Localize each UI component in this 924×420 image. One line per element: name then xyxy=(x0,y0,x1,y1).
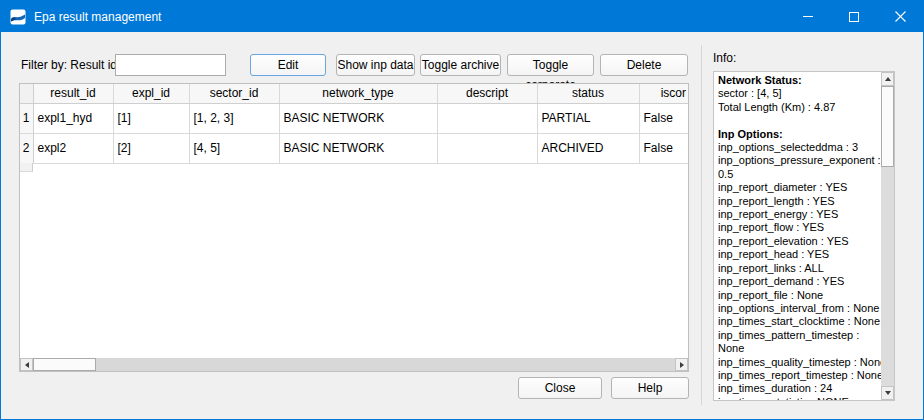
cell-descript[interactable] xyxy=(437,103,537,133)
titlebar: Epa result management xyxy=(1,1,923,32)
column-header-network-type[interactable]: network_type xyxy=(279,84,437,103)
cell-result-id[interactable]: expl1_hyd xyxy=(33,103,113,133)
cell-network-type[interactable]: BASIC NETWORK xyxy=(279,133,437,163)
maximize-icon xyxy=(849,12,859,22)
column-header-descript[interactable]: descript xyxy=(437,84,537,103)
cell-status[interactable]: ARCHIVED xyxy=(537,133,639,163)
table-row[interactable]: 1 expl1_hyd [1] [1, 2, 3] BASIC NETWORK … xyxy=(20,103,688,133)
row-number[interactable]: 2 xyxy=(20,133,33,163)
row-header-stub xyxy=(20,163,33,172)
cell-descript[interactable] xyxy=(437,133,537,163)
info-vertical-scrollbar[interactable] xyxy=(881,72,894,400)
filter-result-id-input[interactable] xyxy=(115,54,226,76)
filter-label: Filter by: Result id xyxy=(21,58,117,72)
minimize-icon xyxy=(803,16,813,17)
scroll-right-button[interactable] xyxy=(675,358,688,371)
scroll-left-button[interactable] xyxy=(20,358,33,371)
arrow-left-icon xyxy=(25,362,29,368)
arrow-down-icon xyxy=(885,391,891,395)
delete-button[interactable]: Delete xyxy=(600,54,688,76)
table-row[interactable]: 2 expl2 [2] [4, 5] BASIC NETWORK ARCHIVE… xyxy=(20,133,688,163)
close-button[interactable] xyxy=(877,1,923,32)
vertical-separator xyxy=(701,45,702,405)
column-header-expl-id[interactable]: expl_id xyxy=(113,84,189,103)
table-header-row: result_id expl_id sector_id network_type… xyxy=(20,84,688,103)
toggle-corporate-button[interactable]: Toggle corporate xyxy=(507,54,594,76)
table-corner[interactable] xyxy=(20,84,33,103)
edit-button[interactable]: Edit xyxy=(250,54,326,76)
app-icon xyxy=(10,9,26,25)
cell-sector-id[interactable]: [1, 2, 3] xyxy=(189,103,279,133)
info-panel: Network Status:sector : [4, 5]Total Leng… xyxy=(713,71,895,401)
toggle-archive-button[interactable]: Toggle archive xyxy=(420,54,501,76)
info-label: Info: xyxy=(713,51,736,65)
maximize-button[interactable] xyxy=(831,1,877,32)
cell-iscorporate[interactable]: False xyxy=(639,133,688,163)
arrow-right-icon xyxy=(680,362,684,368)
cell-sector-id[interactable]: [4, 5] xyxy=(189,133,279,163)
window-title: Epa result management xyxy=(34,10,161,24)
close-icon xyxy=(895,11,906,22)
epa-result-management-window: Epa result management Filter by: Result … xyxy=(0,0,924,420)
show-inp-data-button[interactable]: Show inp data xyxy=(336,54,415,76)
column-header-sector-id[interactable]: sector_id xyxy=(189,84,279,103)
horizontal-scrollbar[interactable] xyxy=(20,358,688,371)
cell-status[interactable]: PARTIAL xyxy=(537,103,639,133)
close-dialog-button[interactable]: Close xyxy=(518,377,602,399)
cell-network-type[interactable]: BASIC NETWORK xyxy=(279,103,437,133)
scroll-up-button[interactable] xyxy=(881,72,894,86)
cell-result-id[interactable]: expl2 xyxy=(33,133,113,163)
cell-iscorporate[interactable]: False xyxy=(639,103,688,133)
minimize-button[interactable] xyxy=(785,1,831,32)
info-scroll-thumb[interactable] xyxy=(881,86,894,167)
cell-expl-id[interactable]: [2] xyxy=(113,133,189,163)
scroll-down-button[interactable] xyxy=(881,386,894,400)
row-number[interactable]: 1 xyxy=(20,103,33,133)
results-table: result_id expl_id sector_id network_type… xyxy=(19,83,689,372)
arrow-up-icon xyxy=(885,77,891,81)
info-text: Network Status:sector : [4, 5]Total Leng… xyxy=(714,72,881,400)
horizontal-scroll-thumb[interactable] xyxy=(33,358,96,371)
column-header-result-id[interactable]: result_id xyxy=(33,84,113,103)
cell-expl-id[interactable]: [1] xyxy=(113,103,189,133)
column-header-status[interactable]: status xyxy=(537,84,639,103)
help-button[interactable]: Help xyxy=(611,377,689,399)
column-header-iscorporate[interactable]: iscor xyxy=(639,84,688,103)
